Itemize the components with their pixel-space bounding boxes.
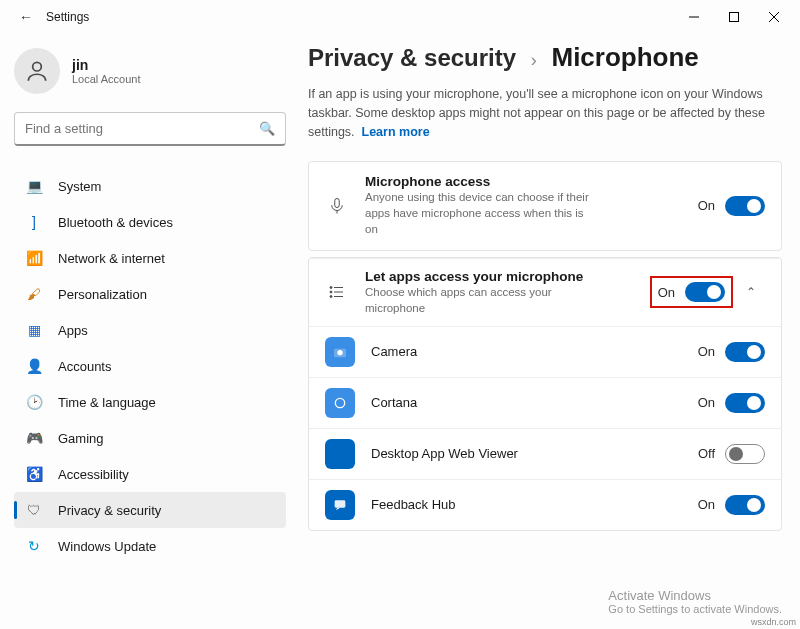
- svg-point-9: [330, 291, 332, 293]
- sidebar-item-accessibility[interactable]: ♿Accessibility: [14, 456, 286, 492]
- main-pane: Privacy & security › Microphone If an ap…: [300, 34, 800, 629]
- toggle-state-label: On: [698, 395, 715, 410]
- sidebar-item-label: System: [58, 179, 101, 194]
- app-row: Desktop App Web ViewerOff: [309, 428, 781, 479]
- toggle-state-label: On: [698, 497, 715, 512]
- source-tag: wsxdn.com: [751, 617, 796, 627]
- svg-point-4: [33, 62, 42, 71]
- update-icon: ↻: [24, 536, 44, 556]
- brush-icon: 🖌: [24, 284, 44, 304]
- toggle-state-label: Off: [698, 446, 715, 461]
- sidebar-item-label: Time & language: [58, 395, 156, 410]
- app-icon: [325, 388, 355, 418]
- search-input-container[interactable]: 🔍: [14, 112, 286, 146]
- app-toggle[interactable]: [725, 495, 765, 515]
- maximize-button[interactable]: [714, 2, 754, 32]
- app-row: CortanaOn: [309, 377, 781, 428]
- svg-point-7: [330, 287, 332, 289]
- clock-icon: 🕑: [24, 392, 44, 412]
- nav-list: 💻System ]Bluetooth & devices 📶Network & …: [14, 168, 286, 564]
- card-subtitle: Choose which apps can access your microp…: [365, 284, 595, 316]
- sidebar-item-label: Windows Update: [58, 539, 156, 554]
- app-name: Camera: [371, 344, 698, 359]
- page-title: Microphone: [551, 42, 698, 72]
- sidebar-item-apps[interactable]: ▦Apps: [14, 312, 286, 348]
- sidebar-item-label: Apps: [58, 323, 88, 338]
- app-toggle[interactable]: [725, 444, 765, 464]
- breadcrumb-parent[interactable]: Privacy & security: [308, 44, 516, 71]
- user-name: jin: [72, 57, 141, 73]
- app-toggle[interactable]: [725, 342, 765, 362]
- app-icon: [325, 490, 355, 520]
- sidebar: jin Local Account 🔍 💻System ]Bluetooth &…: [0, 34, 300, 629]
- gamepad-icon: 🎮: [24, 428, 44, 448]
- sidebar-item-label: Privacy & security: [58, 503, 161, 518]
- sidebar-item-system[interactable]: 💻System: [14, 168, 286, 204]
- search-icon: 🔍: [259, 121, 275, 136]
- svg-point-14: [337, 350, 342, 355]
- microphone-access-toggle[interactable]: [725, 196, 765, 216]
- minimize-button[interactable]: [674, 2, 714, 32]
- sidebar-item-update[interactable]: ↻Windows Update: [14, 528, 286, 564]
- system-icon: 💻: [24, 176, 44, 196]
- search-input[interactable]: [25, 121, 259, 136]
- user-type: Local Account: [72, 73, 141, 85]
- chevron-up-icon[interactable]: ⌃: [737, 285, 765, 299]
- svg-rect-5: [335, 198, 340, 207]
- card-title: Microphone access: [365, 174, 698, 189]
- app-row: CameraOn: [309, 326, 781, 377]
- card-subtitle: Anyone using this device can choose if t…: [365, 189, 595, 237]
- sidebar-item-accounts[interactable]: 👤Accounts: [14, 348, 286, 384]
- user-account-row[interactable]: jin Local Account: [14, 48, 286, 94]
- learn-more-link[interactable]: Learn more: [362, 125, 430, 139]
- page-description: If an app is using your microphone, you'…: [308, 85, 768, 141]
- app-icon: [325, 337, 355, 367]
- shield-icon: 🛡: [24, 500, 44, 520]
- sidebar-item-personalization[interactable]: 🖌Personalization: [14, 276, 286, 312]
- sidebar-item-privacy[interactable]: 🛡Privacy & security: [14, 492, 286, 528]
- app-name: Feedback Hub: [371, 497, 698, 512]
- app-name: Desktop App Web Viewer: [371, 446, 698, 461]
- microphone-icon: [325, 197, 349, 215]
- bluetooth-icon: ]: [24, 212, 44, 232]
- back-button[interactable]: ←: [12, 9, 40, 25]
- sidebar-item-time[interactable]: 🕑Time & language: [14, 384, 286, 420]
- highlighted-toggle-region: On: [650, 276, 733, 308]
- svg-rect-16: [335, 500, 346, 507]
- avatar: [14, 48, 60, 94]
- app-toggle[interactable]: [725, 393, 765, 413]
- app-name: Cortana: [371, 395, 698, 410]
- apps-access-toggle[interactable]: [685, 282, 725, 302]
- sidebar-item-label: Gaming: [58, 431, 104, 446]
- close-button[interactable]: [754, 2, 794, 32]
- sidebar-item-label: Accounts: [58, 359, 111, 374]
- svg-point-11: [330, 296, 332, 298]
- sidebar-item-bluetooth[interactable]: ]Bluetooth & devices: [14, 204, 286, 240]
- microphone-access-card: Microphone access Anyone using this devi…: [308, 161, 782, 250]
- toggle-state-label: On: [698, 198, 715, 213]
- svg-rect-1: [730, 13, 739, 22]
- wifi-icon: 📶: [24, 248, 44, 268]
- person-icon: 👤: [24, 356, 44, 376]
- app-icon: [325, 439, 355, 469]
- card-title: Let apps access your microphone: [365, 269, 650, 284]
- accessibility-icon: ♿: [24, 464, 44, 484]
- breadcrumb: Privacy & security › Microphone: [308, 42, 782, 73]
- svg-point-15: [335, 398, 344, 407]
- sidebar-item-network[interactable]: 📶Network & internet: [14, 240, 286, 276]
- sidebar-item-gaming[interactable]: 🎮Gaming: [14, 420, 286, 456]
- toggle-state-label: On: [658, 285, 675, 300]
- apps-access-card: Let apps access your microphone Choose w…: [308, 257, 782, 531]
- sidebar-item-label: Accessibility: [58, 467, 129, 482]
- sidebar-item-label: Network & internet: [58, 251, 165, 266]
- toggle-state-label: On: [698, 344, 715, 359]
- list-icon: [325, 283, 349, 301]
- apps-icon: ▦: [24, 320, 44, 340]
- sidebar-item-label: Personalization: [58, 287, 147, 302]
- app-row: Feedback HubOn: [309, 479, 781, 530]
- window-title: Settings: [46, 10, 89, 24]
- sidebar-item-label: Bluetooth & devices: [58, 215, 173, 230]
- chevron-right-icon: ›: [531, 50, 537, 70]
